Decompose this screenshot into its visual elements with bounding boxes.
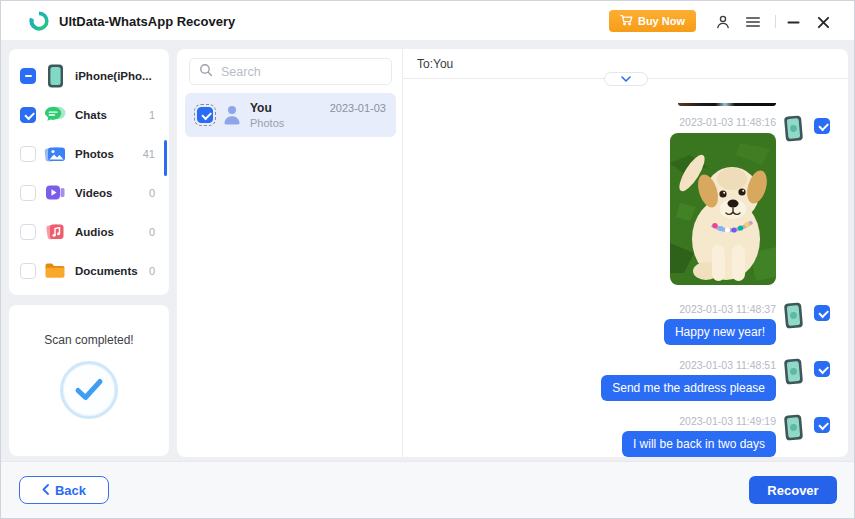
search-box[interactable]: [189, 58, 392, 85]
account-icon[interactable]: [714, 13, 732, 31]
photos-checkbox[interactable]: [20, 146, 36, 162]
device-phone-icon: [782, 301, 805, 330]
chats-icon: [44, 103, 66, 127]
message-bubble[interactable]: Send me the address please: [601, 375, 776, 401]
iphone-icon: [44, 64, 66, 88]
sidebar-item-photos[interactable]: Photos 41: [9, 134, 169, 173]
device-phone-icon: [782, 114, 805, 143]
videos-icon: [44, 181, 66, 205]
message-timestamp: 2023-01-03 11:48:51: [403, 359, 776, 371]
message-bubble[interactable]: I will be back in two days: [622, 431, 776, 457]
message-text: 2023-01-03 11:48:51 Send me the address …: [403, 359, 848, 401]
buy-now-label: Buy Now: [638, 15, 685, 27]
sidebar-item-count: 1: [149, 109, 155, 121]
chats-checkbox[interactable]: [20, 107, 36, 123]
sidebar-item-label: iPhone(iPho...: [75, 70, 155, 82]
message-checkbox[interactable]: [814, 417, 830, 433]
back-label: Back: [55, 483, 86, 498]
photos-icon: [44, 142, 66, 166]
sidebar-item-count: 0: [149, 187, 155, 199]
conversation-date: 2023-01-03: [330, 102, 386, 114]
app-title: UltData-WhatsApp Recovery: [59, 14, 235, 29]
category-panel: iPhone(iPho... Chats 1: [9, 49, 169, 295]
documents-icon: [44, 259, 66, 283]
sidebar-item-documents[interactable]: Documents 0: [9, 251, 169, 290]
conversation-list-panel: You Photos 2023-01-03: [177, 49, 403, 457]
message-list[interactable]: 2023-01-03 11:48:16: [403, 79, 848, 457]
title-bar: UltData-WhatsApp Recovery Buy Now: [1, 1, 854, 41]
device-phone-icon: [782, 357, 805, 386]
conversation-texts: You Photos: [250, 101, 330, 129]
sidebar-item-audios[interactable]: Audios 0: [9, 212, 169, 251]
message-text: 2023-01-03 11:49:19 I will be back in tw…: [403, 415, 848, 457]
sidebar-item-count: 41: [143, 148, 155, 160]
conversation-item[interactable]: You Photos 2023-01-03: [185, 93, 396, 137]
sidebar-item-label: Audios: [75, 226, 149, 238]
scan-status-panel: Scan completed!: [9, 305, 169, 456]
app-logo-icon: [28, 10, 50, 32]
message-timestamp: 2023-01-03 11:48:16: [403, 116, 776, 128]
scan-complete-icon: [60, 361, 118, 419]
cart-icon: [620, 14, 633, 28]
message-timestamp: 2023-01-03 11:48:37: [403, 303, 776, 315]
message-bubble[interactable]: Happy new year!: [664, 319, 776, 345]
recover-button[interactable]: Recover: [749, 476, 837, 504]
sidebar-item-iphone[interactable]: iPhone(iPho...: [9, 56, 169, 95]
audios-checkbox[interactable]: [20, 224, 36, 240]
conversation-subtitle: Photos: [250, 117, 330, 129]
sidebar-item-label: Photos: [75, 148, 143, 160]
videos-checkbox[interactable]: [20, 185, 36, 201]
titlebar-divider: [775, 15, 776, 28]
app-window: UltData-WhatsApp Recovery Buy Now: [0, 0, 855, 519]
message-checkbox[interactable]: [814, 305, 830, 321]
close-icon[interactable]: [814, 13, 832, 31]
message-checkbox[interactable]: [814, 118, 830, 134]
sidebar-item-videos[interactable]: Videos 0: [9, 173, 169, 212]
search-icon: [199, 63, 213, 81]
conversation-name: You: [250, 101, 330, 115]
search-input[interactable]: [221, 65, 382, 79]
chat-panel: To:You 2023-01-03 11:48:16: [403, 49, 848, 457]
back-chevron-icon: [42, 483, 49, 498]
minimize-icon[interactable]: [784, 13, 802, 31]
contact-avatar-icon: [223, 105, 241, 125]
message-timestamp: 2023-01-03 11:49:19: [403, 415, 776, 427]
collapse-header-button[interactable]: [604, 72, 648, 86]
buy-now-button[interactable]: Buy Now: [609, 10, 696, 32]
sidebar-item-count: 0: [149, 265, 155, 277]
menu-icon[interactable]: [744, 13, 762, 31]
message-text: 2023-01-03 11:48:37 Happy new year!: [403, 303, 848, 345]
conversation-checkbox[interactable]: [197, 107, 213, 123]
iphone-checkbox[interactable]: [20, 68, 36, 84]
sidebar-item-chats[interactable]: Chats 1: [9, 95, 169, 134]
scan-status-text: Scan completed!: [9, 333, 169, 347]
back-button[interactable]: Back: [19, 476, 109, 504]
device-phone-icon: [782, 413, 805, 442]
footer-bar: Back Recover: [1, 461, 854, 518]
sidebar-item-count: 0: [149, 226, 155, 238]
documents-checkbox[interactable]: [20, 263, 36, 279]
puppy-photo[interactable]: [670, 133, 776, 285]
sidebar-item-label: Chats: [75, 109, 149, 121]
sidebar-item-label: Videos: [75, 187, 149, 199]
message-checkbox[interactable]: [814, 361, 830, 377]
previous-photo-partial[interactable]: [678, 103, 776, 106]
audios-icon: [44, 220, 66, 244]
message-image: 2023-01-03 11:48:16: [403, 116, 848, 289]
sidebar-item-label: Documents: [75, 265, 149, 277]
main-panel: You Photos 2023-01-03 To:You 2023-01-03 …: [177, 49, 848, 457]
